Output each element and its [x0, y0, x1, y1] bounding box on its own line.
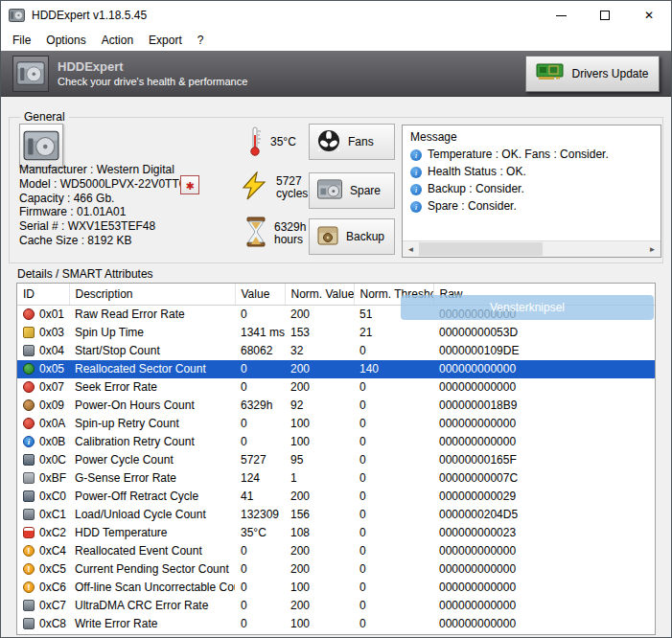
attribute-description: Raw Read Error Rate — [69, 305, 235, 324]
attribute-id: 0x0B — [39, 435, 65, 448]
attribute-raw: 000000000000 — [433, 415, 655, 433]
attribute-description: Current Pending Sector Count — [69, 560, 235, 579]
table-row[interactable]: 0xBF G-Sense Error Rate 124 1 0 00000000… — [17, 469, 655, 488]
table-row[interactable]: 0x05 Reallocated Sector Count 0 200 140 … — [17, 360, 655, 378]
model-line: Model : WD5000LPVX-22V0TT0 — [19, 177, 185, 192]
attribute-value: 6329h — [235, 397, 285, 415]
table-row[interactable]: 0xC5 Current Pending Sector Count 0 200 … — [17, 560, 655, 579]
backup-button[interactable]: Backup — [309, 218, 395, 255]
table-row[interactable]: 0xC6 Off-line Scan Uncorrectable Count 0… — [17, 579, 655, 597]
minimize-icon — [556, 15, 567, 16]
col-value[interactable]: Value — [235, 284, 285, 305]
attribute-norm-value: 200 — [285, 560, 354, 579]
attribute-id: 0x0A — [39, 417, 65, 430]
attribute-description: HDD Temperature — [69, 524, 235, 542]
backup-label: Backup — [346, 230, 384, 243]
warning-icon — [23, 563, 35, 575]
menu-file[interactable]: File — [5, 31, 38, 50]
cache-size-line: Cache Size : 8192 KB — [19, 234, 185, 248]
message-line-health: Health Status : OK. — [410, 166, 660, 178]
attribute-value: 0 — [235, 579, 285, 597]
table-row[interactable]: 0x07 Seek Error Rate 0 200 0 00000000000… — [17, 378, 655, 397]
scroll-left-icon[interactable] — [403, 241, 419, 257]
attribute-value: 132309 — [235, 506, 285, 524]
table-row[interactable]: 0xC4 Reallocated Event Count 0 200 0 000… — [17, 542, 655, 560]
model-lookup-button[interactable] — [180, 175, 199, 194]
fans-button[interactable]: Fans — [309, 124, 395, 160]
close-button[interactable] — [627, 1, 671, 30]
attribute-value: 0 — [235, 542, 285, 560]
attribute-raw: 000000000000 — [433, 360, 655, 378]
temperature-stat: 35°C — [247, 125, 296, 159]
col-norm-value[interactable]: Norm. Value — [285, 284, 354, 305]
attribute-id: 0xC2 — [39, 526, 66, 539]
error-icon — [23, 418, 35, 429]
table-row[interactable]: 0xC1 Load/Unload Cycle Count 132309 156 … — [17, 506, 655, 524]
titlebar[interactable]: HDDExpert v1.18.5.45 — [1, 1, 671, 30]
table-row[interactable]: 0x0C Power Cycle Count 5727 95 0 0000000… — [17, 451, 655, 469]
table-row[interactable]: 0xC8 Write Error Rate 0 100 0 0000000000… — [17, 615, 655, 633]
attribute-norm-threshold: 0 — [354, 342, 433, 360]
attribute-norm-value: 100 — [285, 415, 354, 433]
table-row[interactable]: 0x0A Spin-up Retry Count 0 100 0 0000000… — [17, 415, 655, 433]
info-icon — [410, 149, 422, 161]
table-row[interactable]: 0xC2 HDD Temperature 35°C 108 0 00000000… — [17, 524, 655, 542]
spare-button[interactable]: Spare — [309, 172, 395, 209]
hourglass-icon — [245, 216, 266, 250]
maximize-button[interactable] — [583, 1, 627, 30]
fans-label: Fans — [348, 135, 374, 148]
menu-help[interactable]: ? — [190, 31, 212, 50]
message-scrollbar[interactable] — [403, 240, 660, 257]
scroll-right-icon[interactable] — [644, 241, 660, 257]
header-banner: HDDExpert Check your drive's health & pe… — [1, 51, 671, 97]
smart-table-body: 0x01 Raw Read Error Rate 0 200 51 000000… — [17, 305, 655, 633]
capacity-line: Capacity : 466 Gb. — [19, 192, 185, 206]
table-row[interactable]: 0x0B Calibration Retry Count 0 100 0 000… — [17, 433, 655, 451]
attribute-raw: 000000000023 — [433, 524, 655, 542]
attribute-id: 0xC0 — [39, 490, 66, 503]
attribute-value: 0 — [235, 378, 285, 397]
attribute-norm-value: 1 — [285, 469, 354, 488]
table-row[interactable]: 0x04 Start/Stop Count 68062 32 0 0000000… — [17, 342, 655, 360]
attribute-id: 0x0C — [39, 453, 66, 467]
scrollbar-track[interactable] — [419, 241, 644, 257]
message-text: Backup : Consider. — [428, 183, 524, 195]
table-row[interactable]: 0x09 Power-On Hours Count 6329h 92 0 000… — [17, 397, 655, 415]
message-label: Message — [403, 125, 660, 144]
minimize-button[interactable] — [539, 1, 583, 30]
col-description[interactable]: Description — [69, 284, 235, 305]
menu-action[interactable]: Action — [94, 31, 141, 50]
power-icon — [23, 490, 35, 502]
attribute-value: 0 — [235, 615, 285, 633]
message-text: Spare : Consider. — [428, 200, 517, 213]
attribute-raw: 000000000000 — [433, 542, 655, 560]
attribute-description: G-Sense Error Rate — [69, 469, 235, 488]
attribute-value: 0 — [235, 433, 285, 451]
col-id[interactable]: ID — [17, 284, 69, 305]
model-lookup-icon — [185, 178, 194, 193]
attribute-id: 0x03 — [39, 326, 64, 339]
thermometer-icon — [23, 527, 35, 538]
attribute-raw: 000000000000 — [433, 433, 655, 451]
power-on-hours-unit: hours — [274, 234, 306, 246]
attribute-value: 5727 — [235, 451, 285, 469]
drivers-update-label: Drivers Update — [571, 67, 648, 80]
attribute-description: Reallocated Event Count — [69, 542, 235, 560]
message-line-spare: Spare : Consider. — [410, 200, 660, 213]
attribute-raw: 0000000204D5 — [433, 506, 655, 524]
drivers-update-button[interactable]: Drivers Update — [525, 56, 660, 92]
error-icon — [23, 308, 35, 320]
table-row[interactable]: 0xC7 UltraDMA CRC Error Rate 0 200 0 000… — [17, 597, 655, 615]
attribute-raw: 000000000029 — [433, 488, 655, 506]
table-row[interactable]: 0x03 Spin Up Time 1341 ms 153 21 0000000… — [17, 324, 655, 342]
firmware-line: Firmware : 01.01A01 — [19, 205, 185, 219]
attribute-norm-threshold: 0 — [354, 597, 433, 615]
general-section: General Manufacturer : Western Digital M… — [9, 117, 663, 263]
scrollbar-thumb[interactable] — [419, 242, 543, 256]
app-icon — [9, 9, 26, 23]
attribute-norm-value: 92 — [285, 397, 354, 415]
menu-export[interactable]: Export — [141, 31, 190, 50]
table-row[interactable]: 0xC0 Power-Off Retract Cycle 41 200 0 00… — [17, 488, 655, 506]
menu-options[interactable]: Options — [38, 31, 93, 50]
attribute-id: 0x07 — [39, 380, 64, 394]
